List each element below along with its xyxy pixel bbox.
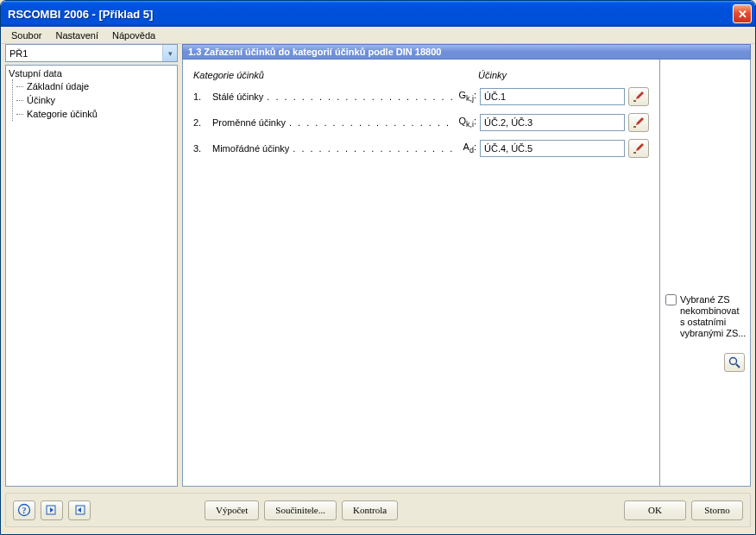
svg-rect-0 <box>633 100 636 102</box>
eyedropper-icon <box>632 90 646 104</box>
next-section-button[interactable] <box>68 500 91 520</box>
dropdown-selected: PŘ1 <box>9 48 162 59</box>
nav-tree[interactable]: Vstupní data Základní údaje Účinky Kateg… <box>5 65 178 487</box>
header-kategorie: Kategorie účinků <box>193 70 264 80</box>
menu-nastaveni[interactable]: Nastavení <box>48 28 105 42</box>
pick-button-2[interactable] <box>628 113 649 132</box>
row-label: Mimořádné účinky <box>212 143 293 154</box>
pick-button-1[interactable] <box>628 87 649 106</box>
tree-children: Základní údaje Účinky Kategorie účinků <box>12 79 176 121</box>
app-window: RSCOMBI 2006 - [Příklad 5] ✕ Soubor Nast… <box>0 0 756 535</box>
arrow-right-icon <box>72 503 86 517</box>
row-label: Proměnné účinky <box>212 117 289 128</box>
content-area: PŘ1 ▾ Vstupní data Základní údaje Účinky… <box>5 44 751 487</box>
nocombine-checkbox[interactable] <box>665 294 677 305</box>
nocombine-option[interactable]: Vybrané ZS nekombinovat s ostatními vybr… <box>665 294 747 339</box>
main-panel: Kategorie účinků Účinky 1. Stálé účinky … <box>182 60 660 487</box>
side-panel: Vybrané ZS nekombinovat s ostatními vybr… <box>660 60 751 487</box>
tree-item-kategorie[interactable]: Kategorie účinků <box>25 108 99 120</box>
close-button[interactable]: ✕ <box>733 4 752 23</box>
magnifier-icon <box>728 356 741 369</box>
arrow-left-icon <box>45 503 59 517</box>
titlebar: RSCOMBI 2006 - [Příklad 5] ✕ <box>1 1 755 27</box>
svg-point-3 <box>730 358 737 365</box>
details-button[interactable] <box>724 353 745 372</box>
effects-input-3[interactable] <box>480 140 625 157</box>
row-num: 2. <box>193 117 212 128</box>
header-ucinky: Účinky <box>478 70 507 80</box>
cancel-button[interactable]: Storno <box>691 500 743 520</box>
leader-dots: . . . . . . . . . . . . . . . . . . . . … <box>289 117 454 128</box>
svg-text:?: ? <box>22 506 27 515</box>
row-num: 1. <box>193 91 212 102</box>
eyedropper-icon <box>632 142 646 155</box>
row-symbol: Qk,i: <box>454 116 480 129</box>
ok-button[interactable]: OK <box>624 500 686 520</box>
svg-line-4 <box>736 364 740 368</box>
help-icon: ? <box>17 503 31 517</box>
nocombine-label: Vybrané ZS nekombinovat s ostatními vybr… <box>680 294 747 339</box>
calculate-button[interactable]: Výpočet <box>205 500 259 520</box>
prev-section-button[interactable] <box>41 500 63 520</box>
coefficients-button[interactable]: Součinitele... <box>264 500 337 520</box>
chevron-down-icon: ▾ <box>162 45 177 61</box>
row-label: Stálé účinky <box>212 91 267 102</box>
left-column: PŘ1 ▾ Vstupní data Základní údaje Účinky… <box>5 44 178 487</box>
svg-rect-2 <box>633 152 636 154</box>
right-column: 1.3 Zařazení účinků do kategorií účinků … <box>182 44 751 487</box>
menubar: Soubor Nastavení Nápověda <box>1 27 755 44</box>
menu-napoveda[interactable]: Nápověda <box>105 28 162 42</box>
tree-item-zakladni[interactable]: Základní údaje <box>25 80 91 92</box>
svg-rect-1 <box>633 126 636 128</box>
bottom-toolbar: ? Výpočet Součinitele... Kontrola OK Sto… <box>5 493 751 527</box>
help-button[interactable]: ? <box>13 500 35 520</box>
row-symbol: Gk,j: <box>454 90 480 103</box>
effects-input-1[interactable] <box>480 88 625 105</box>
leader-dots: . . . . . . . . . . . . . . . . . . . . … <box>267 91 454 102</box>
table-header: Kategorie účinků Účinky <box>193 70 649 80</box>
table-row: 1. Stálé účinky . . . . . . . . . . . . … <box>193 87 649 106</box>
case-dropdown[interactable]: PŘ1 ▾ <box>5 44 178 62</box>
panel-body: Kategorie účinků Účinky 1. Stálé účinky … <box>182 60 751 487</box>
table-row: 3. Mimořádné účinky . . . . . . . . . . … <box>193 139 649 158</box>
eyedropper-icon <box>632 116 646 129</box>
window-title: RSCOMBI 2006 - [Příklad 5] <box>8 8 733 21</box>
table-row: 2. Proměnné účinky . . . . . . . . . . .… <box>193 113 649 132</box>
close-icon: ✕ <box>738 8 747 21</box>
row-symbol: Ad: <box>454 142 480 154</box>
leader-dots: . . . . . . . . . . . . . . . . . . . . … <box>293 143 454 154</box>
tree-root-item[interactable]: Vstupní data <box>7 67 176 79</box>
menu-soubor[interactable]: Soubor <box>4 28 48 42</box>
row-num: 3. <box>193 143 212 154</box>
check-button[interactable]: Kontrola <box>342 500 398 520</box>
effects-input-2[interactable] <box>480 114 625 131</box>
panel-title: 1.3 Zařazení účinků do kategorií účinků … <box>182 44 751 60</box>
tree-item-ucinky[interactable]: Účinky <box>25 94 57 106</box>
pick-button-3[interactable] <box>628 139 649 158</box>
